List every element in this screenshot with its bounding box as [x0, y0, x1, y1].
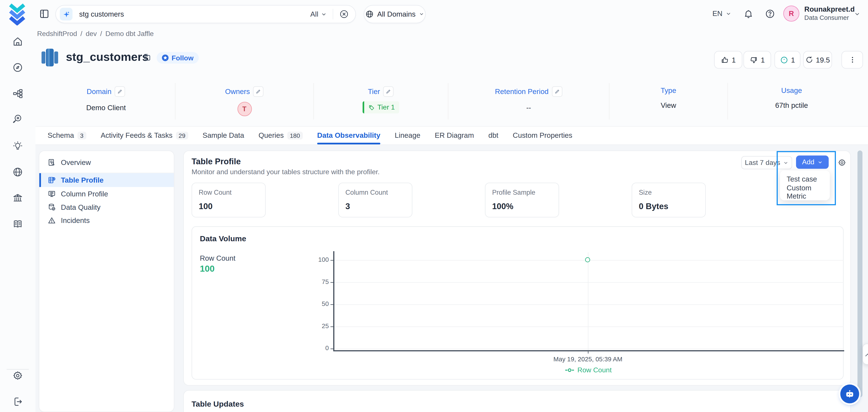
gridline-vertical — [588, 252, 588, 350]
user-avatar[interactable]: R — [783, 6, 799, 22]
subnav-column-profile[interactable]: Column Profile — [39, 187, 174, 200]
user-menu[interactable]: Rounakpreet.d Data Consumer — [804, 5, 855, 21]
chart-legend[interactable]: Row Count — [333, 366, 844, 374]
chat-assistant-button[interactable] — [840, 385, 859, 403]
tier-label[interactable]: Tier — [368, 87, 380, 96]
sidebar-toggle-icon[interactable] — [39, 8, 50, 19]
x-axis-line — [333, 350, 844, 351]
breadcrumb-item[interactable]: RedshiftProd — [37, 30, 77, 38]
domains-filter[interactable]: All Domains — [364, 5, 426, 23]
copy-name-icon[interactable] — [143, 53, 152, 62]
stat-card-column-count: Column Count 3 — [338, 183, 412, 218]
explore-icon[interactable] — [12, 62, 23, 73]
settings-icon[interactable] — [12, 370, 23, 381]
entity-tabs: Schema3 Activity Feeds & Tasks29 Sample … — [35, 126, 868, 145]
floating-chart-button[interactable] — [862, 344, 868, 365]
legend-marker-icon — [565, 368, 574, 373]
app-logo[interactable] — [6, 3, 29, 26]
usage-label[interactable]: Usage — [781, 86, 802, 94]
edit-domain-icon[interactable] — [115, 86, 125, 97]
search-scope-select[interactable]: All — [310, 10, 327, 18]
sidebar-divider — [7, 369, 29, 370]
chevron-down-icon — [321, 11, 327, 17]
tab-queries[interactable]: Queries180 — [259, 127, 303, 145]
edit-tier-icon[interactable] — [383, 86, 394, 97]
section-subtitle: Monitor and understand your tables struc… — [191, 168, 380, 176]
glossary-icon[interactable] — [12, 219, 23, 230]
global-search-bar[interactable]: All — [56, 5, 356, 23]
y-tick — [331, 260, 333, 261]
tab-custom-properties[interactable]: Custom Properties — [513, 127, 572, 145]
annotation-highlight-box — [777, 151, 836, 205]
observability-subnav: Overview Table Profile Column Profile Da… — [39, 151, 175, 412]
edit-retention-icon[interactable] — [552, 86, 562, 97]
domains-icon[interactable] — [12, 166, 23, 178]
meta-usage: Usage 67th pctile — [728, 83, 855, 120]
vertical-scrollbar[interactable] — [858, 151, 862, 397]
owners-label[interactable]: Owners — [225, 87, 250, 96]
govern-icon[interactable] — [12, 193, 23, 203]
breadcrumb-item[interactable]: dev — [86, 30, 97, 38]
tab-sample-data[interactable]: Sample Data — [203, 127, 244, 145]
subnav-table-profile[interactable]: Table Profile — [39, 173, 174, 187]
subnav-incidents[interactable]: Incidents — [39, 214, 174, 227]
user-menu-chevron-icon[interactable] — [854, 11, 860, 17]
x-axis-label: May 19, 2025, 05:39 AM — [533, 356, 643, 362]
data-point[interactable] — [585, 257, 590, 262]
follow-button[interactable]: Follow — [157, 52, 198, 64]
data-quality-icon — [48, 203, 56, 211]
edit-owners-icon[interactable] — [253, 86, 264, 97]
tab-schema[interactable]: Schema3 — [48, 127, 86, 145]
chevron-down-icon — [726, 11, 732, 17]
stat-card-row-count: Row Count 100 — [191, 183, 266, 218]
observability-icon[interactable] — [12, 114, 23, 124]
version-button[interactable]: 19.5 — [803, 51, 832, 69]
lineage-icon[interactable] — [12, 88, 23, 99]
column-profile-icon — [48, 190, 56, 198]
chart-plot: 100 75 50 25 0 May 19, 2025, 05:39 AM — [192, 227, 844, 380]
subnav-data-quality[interactable]: Data Quality — [39, 200, 174, 214]
upvote-button[interactable]: 1 — [714, 51, 742, 69]
domain-label[interactable]: Domain — [87, 87, 112, 96]
globe-icon — [366, 10, 374, 18]
profile-settings-gear-icon[interactable] — [838, 158, 846, 167]
meta-owners: Owners T — [176, 83, 314, 120]
y-tick-label: 50 — [307, 300, 329, 307]
tab-dbt[interactable]: dbt — [488, 127, 498, 145]
tab-activity-feeds[interactable]: Activity Feeds & Tasks29 — [101, 127, 188, 145]
y-axis-line — [333, 251, 334, 351]
meta-retention: Retention Period -- — [448, 83, 610, 120]
search-divider — [333, 9, 333, 20]
usage-value: 67th pctile — [775, 101, 808, 109]
insights-icon[interactable] — [12, 140, 23, 152]
language-value: EN — [712, 9, 722, 18]
meta-domain: Domain Demo Client — [37, 83, 176, 120]
downvote-button[interactable]: 1 — [744, 51, 771, 69]
table-profile-panel: Table Profile Monitor and understand you… — [183, 151, 851, 386]
subnav-overview[interactable]: Overview — [39, 155, 174, 169]
kebab-menu-icon — [848, 56, 856, 64]
chevron-down-icon — [419, 12, 424, 17]
home-icon[interactable] — [12, 36, 23, 47]
type-label[interactable]: Type — [661, 86, 676, 94]
x-tick — [588, 351, 588, 354]
user-name: Rounakpreet.d — [804, 5, 855, 13]
page-title: stg_customers — [66, 51, 148, 64]
follow-label: Follow — [172, 54, 194, 62]
notifications-bell-icon[interactable] — [744, 9, 753, 19]
search-input[interactable] — [78, 9, 310, 19]
owner-avatar[interactable]: T — [237, 102, 252, 116]
stat-card-profile-sample: Profile Sample 100% — [485, 183, 559, 218]
logout-icon[interactable] — [12, 396, 23, 407]
clear-search-icon[interactable] — [339, 9, 349, 19]
tag-icon — [369, 104, 375, 110]
tab-er-diagram[interactable]: ER Diagram — [435, 127, 474, 145]
more-actions-button[interactable] — [841, 51, 863, 69]
retention-label[interactable]: Retention Period — [495, 87, 549, 96]
watchers-button[interactable]: 1 — [774, 51, 801, 69]
tab-lineage[interactable]: Lineage — [395, 127, 421, 145]
follow-star-icon — [161, 54, 169, 61]
tab-data-observability[interactable]: Data Observability — [317, 127, 380, 145]
language-select[interactable]: EN — [712, 9, 731, 18]
help-icon[interactable] — [765, 9, 775, 19]
